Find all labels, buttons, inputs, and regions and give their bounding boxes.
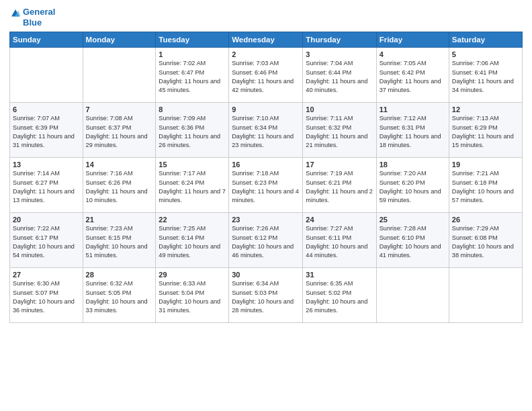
day-info-line: Sunset: 6:27 PM <box>13 179 58 186</box>
calendar-cell: 12Sunrise: 7:13 AMSunset: 6:29 PMDayligh… <box>449 103 522 158</box>
day-info-line: Sunset: 6:37 PM <box>86 124 132 131</box>
day-info-line: Sunset: 6:31 PM <box>380 124 425 131</box>
day-number: 31 <box>306 271 373 279</box>
calendar-cell: 5Sunrise: 7:06 AMSunset: 6:41 PMDaylight… <box>449 48 522 103</box>
day-info-line: Daylight: 10 hours and 38 minutes. <box>452 243 514 259</box>
day-info-line: Sunrise: 7:02 AM <box>159 60 206 66</box>
day-info-line: Sunrise: 7:28 AM <box>380 225 427 232</box>
day-info-line: Sunset: 6:10 PM <box>380 234 425 241</box>
day-number: 18 <box>380 161 446 169</box>
day-info: Sunrise: 7:06 AMSunset: 6:41 PMDaylight:… <box>452 59 519 95</box>
calendar-cell: 17Sunrise: 7:19 AMSunset: 6:21 PMDayligh… <box>303 158 376 213</box>
day-info: Sunrise: 7:02 AMSunset: 6:47 PMDaylight:… <box>159 59 226 95</box>
calendar-cell: 29Sunrise: 6:33 AMSunset: 5:04 PMDayligh… <box>156 268 229 323</box>
day-number: 17 <box>306 161 373 169</box>
day-info: Sunrise: 7:17 AMSunset: 6:24 PMDaylight:… <box>159 169 226 205</box>
calendar-cell: 9Sunrise: 7:10 AMSunset: 6:34 PMDaylight… <box>229 103 303 158</box>
weekday-header-thursday: Thursday <box>303 32 376 48</box>
day-number: 13 <box>13 161 80 169</box>
day-info-line: Daylight: 10 hours and 44 minutes. <box>306 243 367 259</box>
day-number: 14 <box>86 161 153 169</box>
day-number: 25 <box>380 216 446 224</box>
day-info-line: Sunrise: 7:27 AM <box>306 225 353 232</box>
day-number: 6 <box>13 105 80 113</box>
day-info-line: Sunrise: 6:35 AM <box>306 280 353 287</box>
day-info: Sunrise: 7:26 AMSunset: 6:12 PMDaylight:… <box>232 224 300 260</box>
day-number: 30 <box>232 271 300 279</box>
day-info-line: Sunset: 6:39 PM <box>13 124 58 131</box>
day-info-line: Sunrise: 7:10 AM <box>232 115 279 122</box>
calendar-cell <box>376 268 449 323</box>
day-info: Sunrise: 7:10 AMSunset: 6:34 PMDaylight:… <box>232 114 300 150</box>
day-number: 4 <box>380 50 446 58</box>
calendar-row: 1Sunrise: 7:02 AMSunset: 6:47 PMDaylight… <box>10 48 523 103</box>
header: General Blue <box>9 7 523 28</box>
calendar-row: 20Sunrise: 7:22 AMSunset: 6:17 PMDayligh… <box>10 213 523 268</box>
day-number: 2 <box>232 50 300 58</box>
day-info: Sunrise: 7:16 AMSunset: 6:26 PMDaylight:… <box>86 169 153 205</box>
day-info-line: Sunrise: 7:23 AM <box>86 225 133 232</box>
day-info-line: Sunset: 6:26 PM <box>86 179 132 186</box>
calendar-cell: 18Sunrise: 7:20 AMSunset: 6:20 PMDayligh… <box>376 158 449 213</box>
day-number: 21 <box>86 216 153 224</box>
day-number: 29 <box>159 271 226 279</box>
day-info-line: Daylight: 11 hours and 10 minutes. <box>86 188 148 203</box>
logo-icon <box>9 7 21 19</box>
day-info-line: Daylight: 11 hours and 21 minutes. <box>306 133 367 148</box>
day-info: Sunrise: 6:33 AMSunset: 5:04 PMDaylight:… <box>159 279 226 315</box>
day-info-line: Sunset: 5:05 PM <box>86 289 132 296</box>
day-info-line: Sunrise: 7:14 AM <box>13 170 60 177</box>
day-info-line: Daylight: 11 hours and 42 minutes. <box>232 78 294 93</box>
day-number: 12 <box>452 105 519 113</box>
weekday-header-sunday: Sunday <box>10 32 83 48</box>
day-number: 23 <box>232 216 300 224</box>
calendar-row: 27Sunrise: 6:30 AMSunset: 5:07 PMDayligh… <box>10 268 523 323</box>
day-info-line: Daylight: 11 hours and 26 minutes. <box>159 133 220 148</box>
day-info: Sunrise: 7:05 AMSunset: 6:42 PMDaylight:… <box>380 59 446 95</box>
day-number: 16 <box>232 161 300 169</box>
day-info-line: Daylight: 10 hours and 28 minutes. <box>232 298 294 314</box>
day-info-line: Sunrise: 6:30 AM <box>13 280 60 287</box>
day-info: Sunrise: 7:04 AMSunset: 6:44 PMDaylight:… <box>306 59 373 95</box>
day-info: Sunrise: 7:22 AMSunset: 6:17 PMDaylight:… <box>13 224 80 260</box>
day-info-line: Sunrise: 7:26 AM <box>232 225 279 232</box>
day-info-line: Daylight: 11 hours and 37 minutes. <box>380 78 441 93</box>
calendar-cell <box>449 268 522 323</box>
logo-text: General Blue <box>23 7 55 28</box>
logo: General Blue <box>9 7 55 28</box>
day-info-line: Sunrise: 6:32 AM <box>86 280 133 287</box>
day-number: 22 <box>159 216 226 224</box>
day-number: 26 <box>452 216 519 224</box>
day-info-line: Sunrise: 7:19 AM <box>306 170 353 177</box>
day-info-line: Sunrise: 6:34 AM <box>232 280 279 287</box>
day-number: 10 <box>306 105 373 113</box>
calendar-cell: 4Sunrise: 7:05 AMSunset: 6:42 PMDaylight… <box>376 48 449 103</box>
day-info-line: Sunset: 6:18 PM <box>452 179 498 186</box>
day-number: 1 <box>159 50 226 58</box>
day-info-line: Daylight: 11 hours and 18 minutes. <box>380 133 441 148</box>
day-info: Sunrise: 6:35 AMSunset: 5:02 PMDaylight:… <box>306 279 373 315</box>
day-number: 3 <box>306 50 373 58</box>
day-info-line: Daylight: 11 hours and 15 minutes. <box>452 133 514 148</box>
day-info: Sunrise: 7:23 AMSunset: 6:15 PMDaylight:… <box>86 224 153 260</box>
day-number: 24 <box>306 216 373 224</box>
day-info-line: Sunset: 6:44 PM <box>306 69 351 76</box>
day-info-line: Daylight: 11 hours and 13 minutes. <box>13 188 75 203</box>
calendar-cell: 19Sunrise: 7:21 AMSunset: 6:18 PMDayligh… <box>449 158 522 213</box>
day-info-line: Daylight: 10 hours and 54 minutes. <box>13 243 75 259</box>
day-info: Sunrise: 6:32 AMSunset: 5:05 PMDaylight:… <box>86 279 153 315</box>
day-info-line: Sunset: 6:34 PM <box>232 124 277 131</box>
day-info: Sunrise: 7:11 AMSunset: 6:32 PMDaylight:… <box>306 114 373 150</box>
weekday-header-friday: Friday <box>376 32 449 48</box>
weekday-header-tuesday: Tuesday <box>156 32 229 48</box>
calendar-cell: 24Sunrise: 7:27 AMSunset: 6:11 PMDayligh… <box>303 213 376 268</box>
day-info-line: Sunrise: 7:03 AM <box>232 60 279 66</box>
day-info-line: Daylight: 10 hours and 51 minutes. <box>86 243 148 259</box>
day-info-line: Sunset: 6:47 PM <box>159 69 204 76</box>
calendar-cell: 16Sunrise: 7:18 AMSunset: 6:23 PMDayligh… <box>229 158 303 213</box>
day-info: Sunrise: 7:03 AMSunset: 6:46 PMDaylight:… <box>232 59 300 95</box>
calendar-table: SundayMondayTuesdayWednesdayThursdayFrid… <box>9 32 523 323</box>
day-info-line: Sunset: 6:29 PM <box>452 124 498 131</box>
day-info-line: Daylight: 11 hours and 2 minutes. <box>306 188 373 203</box>
day-info: Sunrise: 7:08 AMSunset: 6:37 PMDaylight:… <box>86 114 153 150</box>
